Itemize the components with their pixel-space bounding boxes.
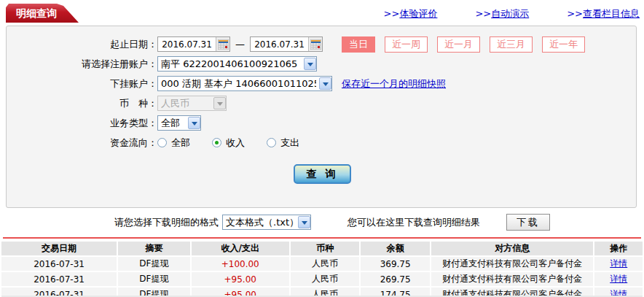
query-form-panel: 起止日期： 2016.07.31 — 2016.07.31: [6, 26, 637, 208]
save-snapshot-link[interactable]: 保存近一个月的明细快照: [342, 77, 446, 90]
col-header-amount: 收入/支出: [192, 242, 289, 255]
calendar-icon[interactable]: [308, 37, 322, 51]
cell-balance: 369.75: [361, 257, 430, 271]
sub-account-row: 下挂账户： 000 活期 基本户 1406600101102571848 保存近…: [7, 74, 636, 93]
chevron-down-icon: [319, 77, 331, 90]
fund-flow-label: 资金流向：: [7, 136, 157, 150]
sub-account-value: 000 活期 基本户 1406600101102571848: [161, 77, 316, 90]
fund-flow-row: 资金流向： 全部 收入 支出: [7, 133, 636, 153]
flow-radio[interactable]: 收入: [212, 136, 245, 150]
quick-range-button[interactable]: 近一年: [542, 36, 585, 53]
link-label: 查看栏目信息: [583, 8, 640, 19]
register-account-row: 请选择注册账户： 南平 6222001406100921065 灵通卡: [7, 54, 636, 74]
download-format-value: 文本格式（.txt）: [226, 216, 295, 229]
currency-label: 币 种：: [7, 97, 157, 110]
link-label: 体验评价: [399, 8, 437, 19]
business-type-row: 业务类型： 全部: [7, 113, 636, 133]
cell-counterparty: 财付通支付科技有限公司客户备付金: [431, 272, 594, 286]
date-from-input[interactable]: 2016.07.31: [157, 36, 230, 52]
query-button-row: 查 询: [7, 164, 636, 184]
cell-currency: 人民币: [291, 257, 360, 271]
quick-range-button[interactable]: 当日: [342, 36, 375, 53]
top-links: >>体验评价 >>自动演示 >>查看栏目信息: [346, 7, 640, 20]
date-to-input[interactable]: 2016.07.31: [250, 36, 323, 52]
cell-currency: 人民币: [291, 272, 360, 286]
cell-date: 2016-07-31: [1, 272, 117, 286]
col-header-counterparty: 对方信息: [431, 242, 594, 255]
section-divider: [3, 237, 641, 239]
date-range-separator: —: [235, 39, 245, 50]
business-type-label: 业务类型：: [7, 117, 157, 130]
date-range-row: 起止日期： 2016.07.31 — 2016.07.31: [7, 34, 636, 54]
radio-icon: [212, 138, 221, 147]
radio-label: 支出: [280, 136, 299, 150]
radio-icon: [267, 138, 276, 147]
table-row: 2016-07-31 DF提现 +95.00 人民币 269.75 财付通支付科…: [1, 272, 643, 286]
business-type-select[interactable]: 全部: [157, 115, 201, 131]
currency-value: 人民币: [161, 97, 211, 110]
cell-action: 详情: [594, 257, 643, 271]
radio-icon: [157, 138, 167, 147]
table-header-row: 交易日期 摘要 收入/支出 币种 余额 对方信息 操作: [1, 242, 643, 255]
top-link[interactable]: >>体验评价: [384, 7, 438, 20]
top-link[interactable]: >>查看栏目信息: [567, 7, 640, 20]
download-hint: 您可以在这里下载查询明细结果: [347, 216, 480, 229]
results-table: 交易日期 摘要 收入/支出 币种 余额 对方信息 操作 2016-07-31 D…: [0, 240, 644, 297]
query-button[interactable]: 查 询: [294, 164, 351, 184]
page: 明细查询 >>体验评价 >>自动演示 >>查看栏目信息 起止日期： 2016.0…: [0, 0, 644, 297]
col-header-date: 交易日期: [1, 242, 117, 255]
cell-balance: 269.75: [361, 272, 430, 286]
date-from-value: 2016.07.31: [158, 39, 216, 50]
currency-select-disabled: 人民币: [157, 96, 227, 111]
chevron-down-icon: [304, 58, 316, 70]
fund-flow-radios: 全部 收入 支出: [157, 136, 321, 150]
col-header-action: 操作: [594, 242, 643, 255]
cell-counterparty: 财付通支付科技有限公司客户备付金: [431, 257, 594, 271]
col-header-summary: 摘要: [118, 242, 190, 255]
cell-date: 2016-07-31: [1, 257, 117, 271]
flow-radio[interactable]: 全部: [157, 136, 190, 150]
radio-label: 收入: [226, 136, 245, 150]
register-account-select[interactable]: 南平 6222001406100921065 灵通卡: [157, 56, 317, 72]
table-row: 2016-07-31 DF提现 +100.00 人民币 369.75 财付通支付…: [1, 257, 643, 271]
link-prefix: >>: [384, 8, 400, 19]
calendar-icon: [310, 39, 321, 50]
top-link[interactable]: >>自动演示: [475, 7, 529, 20]
page-title: 明细查询: [16, 7, 57, 19]
col-header-currency: 币种: [291, 242, 360, 255]
cell-amount: +100.00: [192, 257, 289, 271]
calendar-icon[interactable]: [216, 37, 229, 51]
cell-amount: +95.00: [192, 272, 289, 286]
chevron-down-icon: [188, 117, 200, 129]
register-account-value: 南平 6222001406100921065 灵通卡: [161, 58, 301, 71]
detail-link[interactable]: 详情: [610, 274, 627, 284]
quick-range-button[interactable]: 近一周: [385, 36, 428, 53]
quick-range-buttons: 当日 近一周 近一月 近三月 近一年: [342, 36, 585, 53]
register-account-label: 请选择注册账户：: [7, 58, 157, 71]
sub-account-label: 下挂账户：: [7, 77, 157, 90]
radio-label: 全部: [171, 136, 190, 150]
col-header-balance: 余额: [361, 242, 430, 255]
chevron-down-icon: [213, 97, 226, 109]
business-type-value: 全部: [161, 117, 185, 130]
download-row: 请您选择下载明细的格式 文本格式（.txt） 您可以在这里下载查询明细结果 下载: [0, 214, 644, 231]
link-label: 自动演示: [491, 8, 529, 19]
tab-detail-query[interactable]: 明细查询: [6, 4, 79, 23]
link-prefix: >>: [475, 8, 491, 19]
calendar-icon: [218, 39, 229, 50]
download-format-select[interactable]: 文本格式（.txt）: [222, 215, 311, 230]
quick-range-button[interactable]: 近一月: [437, 36, 480, 53]
flow-radio[interactable]: 支出: [267, 136, 299, 150]
quick-range-button[interactable]: 近三月: [490, 36, 533, 53]
date-to-value: 2016.07.31: [251, 39, 308, 50]
link-prefix: >>: [567, 8, 583, 19]
sub-account-select[interactable]: 000 活期 基本户 1406600101102571848: [157, 76, 332, 91]
cell-summary: DF提现: [118, 257, 190, 271]
detail-link[interactable]: 详情: [610, 258, 627, 269]
date-range-label: 起止日期：: [7, 38, 157, 51]
download-format-label: 请您选择下载明细的格式: [114, 216, 219, 229]
cell-summary: DF提现: [118, 272, 190, 286]
cell-action: 详情: [594, 272, 643, 286]
chevron-down-icon: [298, 216, 310, 228]
download-button[interactable]: 下载: [506, 214, 550, 231]
